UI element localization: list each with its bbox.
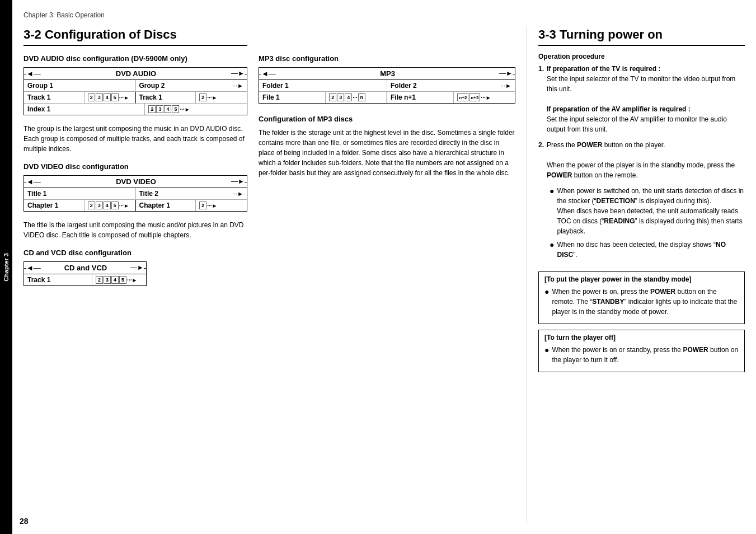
off-dot: ● (544, 344, 549, 356)
dvd-video-chapter1-left: Chapter 1 (24, 200, 84, 211)
bullet-dot-2: ● (550, 239, 554, 251)
bullet-1-sub-bold: READING (604, 217, 635, 225)
dvd-audio-title: DVD AUDIO (43, 69, 229, 78)
off-text1: When the power is on or standby, press t… (552, 346, 683, 354)
cd-vcd-title: CD and VCD (43, 264, 128, 272)
mp3-right-arrow: —► (497, 69, 513, 78)
dvd-audio-track1-nums-left: 2345 ···► (84, 92, 136, 104)
mp3-title: MP3 (278, 69, 497, 78)
dvd-audio-group1: Group 1 (24, 80, 136, 92)
dvd-audio-subtitle: DVD AUDIO disc configuration (DV-5900M o… (24, 54, 247, 63)
cd-vcd-left-marker: ◄— (26, 264, 43, 272)
chapter-tab-label: Chapter 3 (3, 253, 10, 282)
dvd-audio-track1-right: Track 1 (136, 92, 196, 104)
dvd-audio-index1-nums: 2345 ···► (145, 104, 247, 115)
standby-text1: When the power is on, press the (552, 288, 650, 296)
page-number: 28 (20, 517, 29, 526)
step-2-text-pre: Press the (547, 141, 577, 149)
off-section: [To turn the player off] ● When the powe… (538, 330, 745, 372)
mp3-folder2: Folder 2 ···► (387, 80, 515, 92)
dvd-video-chapter1-nums-left: 2345 ···► (84, 200, 136, 211)
dvd-video-title2: Title 2 ···► (136, 188, 247, 200)
step-2-num: 2. (538, 140, 544, 180)
dvd-video-subtitle: DVD VIDEO disc configuration (24, 162, 247, 171)
step-2-text-post: button on the player. (602, 141, 665, 149)
bullet-2-text: When no disc has been detected, the disp… (557, 241, 716, 249)
bullet-2-text2: ”. (573, 251, 577, 259)
dvd-audio-right-arrow: —► (229, 69, 245, 78)
dvd-audio-left-marker: ◄— (26, 69, 43, 78)
breadcrumb: Chapter 3: Basic Operation (24, 11, 745, 19)
op-procedure: Operation procedure (538, 53, 745, 60)
mp3-diagram: ◄— MP3 —► Folder 1 Folder 2 (259, 67, 515, 104)
mp3-file1-nums: 234 ···n (326, 92, 387, 103)
bullet-dot-1: ● (550, 185, 554, 197)
cd-vcd-diagram: ◄— CD and VCD —► Track 1 2345 (24, 261, 147, 286)
mp3-file-n1-nums: n+2n+3 ···► (454, 92, 515, 103)
dvd-video-title1: Title 1 (24, 188, 136, 200)
off-bullet: ● When the power is on or standby, press… (544, 345, 739, 365)
cd-vcd-subtitle: CD and VCD disc configuration (24, 249, 247, 257)
mp3-left-marker: ◄— (261, 69, 278, 78)
dvd-audio-track1-left: Track 1 (24, 92, 84, 104)
dvd-audio-track1-nums-right: 2 ···► (196, 92, 247, 104)
cd-vcd-track1: Track 1 (24, 274, 92, 285)
mp3-subtitle: MP3 disc configuration (259, 54, 515, 63)
off-title: [To turn the player off] (544, 334, 739, 341)
chapter-tab: Chapter 3 (0, 0, 12, 534)
standby-dot: ● (544, 286, 549, 298)
bullet-1-bold: DETECTION (597, 197, 635, 205)
step-2-sub-bold: POWER (547, 171, 572, 179)
bullet-1: ● When power is switched on, the unit st… (538, 186, 745, 236)
bullet-2: ● When no disc has been detected, the di… (538, 240, 745, 260)
mp3-file-n1: File n+1 (387, 92, 454, 103)
step-1-text: Set the input selector of the TV to moni… (547, 75, 735, 93)
dvd-video-diagram: ◄— DVD VIDEO —► Title 1 Title 2 ··· (24, 175, 247, 212)
step-2-bold: POWER (577, 141, 602, 149)
mp3-folder1: Folder 1 (259, 80, 387, 92)
dvd-video-body: The title is the largest unit composing … (24, 220, 247, 240)
step-1-heading: If preparation of the TV is required : (547, 65, 660, 73)
step-2-sub-post: button on the remote. (572, 171, 637, 179)
cd-vcd-track1-nums: 2345 ···► (92, 274, 146, 285)
standby-section: [To put the player power in the standby … (538, 271, 745, 324)
dvd-video-right-arrow: —► (229, 177, 245, 186)
bullet-1-text2: ” is displayed during this). (635, 197, 711, 205)
standby-bold2: STANDBY (592, 298, 624, 306)
standby-bold1: POWER (650, 288, 675, 296)
dvd-audio-group2: Group 2 ···► (136, 80, 247, 92)
dvd-audio-index1: Index 1 (24, 104, 145, 115)
cd-vcd-right-arrow: —► (128, 264, 144, 272)
step-1b-heading: If preparation of the AV amplifier is re… (547, 105, 691, 113)
mp3-config-text: The folder is the storage unit at the hi… (259, 128, 515, 178)
step-1: 1. If preparation of the TV is required … (538, 64, 745, 134)
step-1b-text: Set the input selector of the AV amplifi… (547, 115, 727, 133)
dvd-video-chapter1-right: Chapter 1 (136, 200, 196, 211)
dvd-video-title: DVD VIDEO (43, 177, 229, 186)
mp3-config-title: Configuration of MP3 discs (259, 115, 515, 123)
dvd-video-chapter1-nums-right: 2 ···► (196, 200, 247, 211)
standby-bullet: ● When the power is on, press the POWER … (544, 287, 739, 317)
mp3-file1: File 1 (259, 92, 326, 103)
dvd-video-left-marker: ◄— (26, 177, 43, 186)
left-section-title: 3-2 Configuration of Discs (24, 27, 247, 46)
step-1-num: 1. (538, 64, 544, 134)
dvd-audio-diagram: ◄— DVD AUDIO —► Group 1 Group 2 ··· (24, 67, 247, 115)
step-2: 2. Press the POWER button on the player.… (538, 140, 745, 180)
step-2-sub: When the power of the player is in the s… (547, 161, 735, 169)
standby-title: [To put the player power in the standby … (544, 275, 739, 283)
off-bold: POWER (683, 346, 708, 354)
dvd-audio-body: The group is the largest unit composing … (24, 124, 247, 154)
right-section-title: 3-3 Turning power on (538, 27, 745, 46)
